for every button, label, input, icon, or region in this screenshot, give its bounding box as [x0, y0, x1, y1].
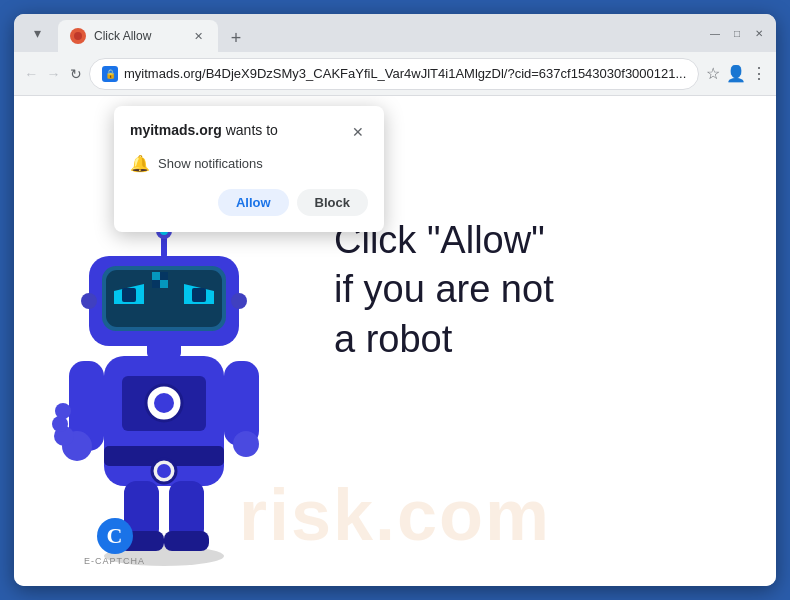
svg-rect-29: [152, 280, 160, 288]
ecaptcha-logo: C E-CAPTCHA: [84, 518, 145, 566]
click-allow-line2: if you are not: [334, 265, 554, 314]
click-allow-heading: Click "Allow" if you are not a robot: [334, 216, 554, 364]
svg-point-35: [231, 293, 247, 309]
menu-btn[interactable]: ⋮: [750, 60, 768, 88]
svg-point-4: [157, 464, 171, 478]
svg-rect-18: [164, 531, 209, 551]
toolbar: ← → ↻ 🔒 myitmads.org/B4DjeX9DzSMy3_CAKFa…: [14, 52, 776, 96]
click-allow-line3: a robot: [334, 315, 554, 364]
maximize-btn[interactable]: □: [730, 26, 744, 40]
url-text: myitmads.org/B4DjeX9DzSMy3_CAKFaYfiL_Var…: [124, 66, 686, 81]
svg-point-14: [233, 431, 259, 457]
popup-domain: myitmads.org: [130, 122, 222, 138]
svg-rect-30: [160, 280, 168, 288]
allow-button[interactable]: Allow: [218, 189, 289, 216]
profile-btn[interactable]: 👤: [726, 60, 746, 88]
browser-window: ▾ Click Allow ✕ + — □ ✕ ← → ↻ 🔒 myitmads…: [14, 14, 776, 586]
minimize-btn[interactable]: —: [708, 26, 722, 40]
close-btn[interactable]: ✕: [752, 26, 766, 40]
svg-point-7: [154, 393, 174, 413]
address-bar[interactable]: 🔒 myitmads.org/B4DjeX9DzSMy3_CAKFaYfiL_V…: [89, 58, 699, 90]
window-controls: — □ ✕: [708, 26, 766, 40]
bookmark-btn[interactable]: ☆: [703, 60, 721, 88]
active-tab[interactable]: Click Allow ✕: [58, 20, 218, 52]
popup-notification-row: 🔔 Show notifications: [130, 154, 368, 173]
page-content: risk.com: [14, 96, 776, 586]
svg-point-34: [81, 293, 97, 309]
back-btn[interactable]: ←: [22, 60, 40, 88]
forward-btn[interactable]: →: [44, 60, 62, 88]
ecaptcha-label: E-CAPTCHA: [84, 556, 145, 566]
refresh-btn[interactable]: ↻: [67, 60, 85, 88]
popup-notification-label: Show notifications: [158, 156, 263, 171]
title-bar: ▾ Click Allow ✕ + — □ ✕: [14, 14, 776, 52]
bell-icon: 🔔: [130, 154, 150, 173]
site-security-icon: 🔒: [102, 66, 118, 82]
popup-wants-to: wants to: [222, 122, 278, 138]
popup-title: myitmads.org wants to: [130, 122, 278, 138]
svg-rect-26: [192, 288, 206, 302]
tab-close-btn[interactable]: ✕: [190, 28, 206, 44]
svg-rect-28: [160, 272, 168, 280]
popup-header: myitmads.org wants to ✕: [130, 122, 368, 142]
tab-strip: Click Allow ✕ +: [58, 14, 700, 52]
svg-rect-31: [161, 236, 167, 258]
svg-rect-27: [152, 272, 160, 280]
tab-favicon: [70, 28, 86, 44]
tab-dropdown-btn[interactable]: ▾: [24, 20, 50, 46]
block-button[interactable]: Block: [297, 189, 368, 216]
popup-buttons: Allow Block: [130, 189, 368, 216]
svg-point-12: [55, 403, 71, 419]
svg-rect-25: [122, 288, 136, 302]
popup-close-btn[interactable]: ✕: [348, 122, 368, 142]
ecaptcha-icon: C: [97, 518, 133, 554]
new-tab-btn[interactable]: +: [222, 24, 250, 52]
tab-title: Click Allow: [94, 29, 182, 43]
notification-popup: myitmads.org wants to ✕ 🔔 Show notificat…: [114, 106, 384, 232]
